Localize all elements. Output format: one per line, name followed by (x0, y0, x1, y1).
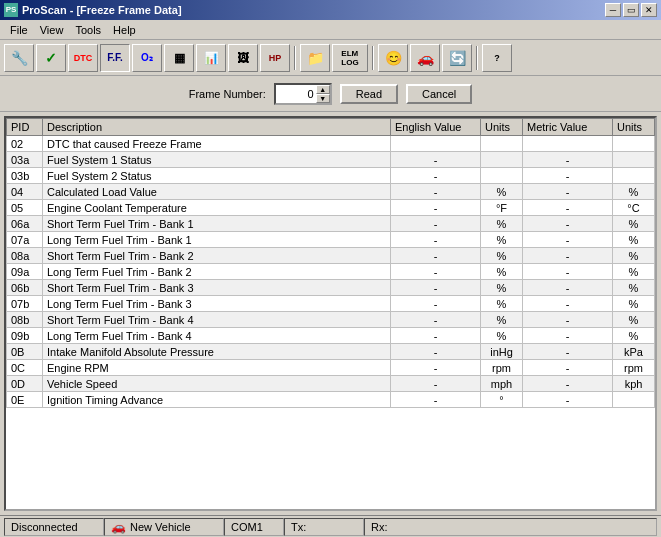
refresh-button[interactable]: 🔄 (442, 44, 472, 72)
car-status-icon: 🚗 (111, 520, 126, 534)
cell-description: Short Term Fuel Trim - Bank 3 (43, 280, 391, 296)
cell-english-value: - (391, 344, 481, 360)
elm-log-icon: ELMLOG (341, 49, 358, 67)
menu-view[interactable]: View (34, 23, 70, 37)
col-pid: PID (7, 119, 43, 136)
table-row: 06a Short Term Fuel Trim - Bank 1 - % - … (7, 216, 655, 232)
frame-number-label: Frame Number: (189, 88, 266, 100)
read-button[interactable]: Read (340, 84, 398, 104)
cell-met-units: % (613, 232, 655, 248)
cell-eng-units: % (481, 296, 523, 312)
cell-english-value: - (391, 168, 481, 184)
separator-1 (294, 46, 296, 70)
close-button[interactable]: ✕ (641, 3, 657, 17)
spin-down-button[interactable]: ▼ (316, 94, 330, 103)
elm-log-button[interactable]: ELMLOG (332, 44, 368, 72)
toolbar: 🔧 ✓ DTC F.F. O₂ ▦ 📊 🖼 HP 📁 ELML (0, 40, 661, 76)
menu-tools[interactable]: Tools (69, 23, 107, 37)
cell-met-units: % (613, 248, 655, 264)
cell-english-value: - (391, 280, 481, 296)
cell-pid: 03b (7, 168, 43, 184)
frame-number-input[interactable] (276, 85, 316, 103)
cell-description: Ignition Timing Advance (43, 392, 391, 408)
menu-file[interactable]: File (4, 23, 34, 37)
cell-english-value: - (391, 360, 481, 376)
cell-eng-units: % (481, 280, 523, 296)
status-bar: Disconnected 🚗 New Vehicle COM1 Tx: Rx: (0, 515, 661, 537)
cancel-button[interactable]: Cancel (406, 84, 472, 104)
cell-metric-value: - (523, 232, 613, 248)
vehicle-panel: 🚗 New Vehicle (104, 518, 224, 536)
cell-english-value: - (391, 312, 481, 328)
restore-button[interactable]: ▭ (623, 3, 639, 17)
table-row: 03a Fuel System 1 Status - - (7, 152, 655, 168)
menu-bar: File View Tools Help (0, 20, 661, 40)
cell-english-value: - (391, 216, 481, 232)
hp-button[interactable]: HP (260, 44, 290, 72)
wrench-button[interactable]: 🔧 (4, 44, 34, 72)
data-table: PID Description English Value Units Metr… (6, 118, 655, 408)
com-text: COM1 (231, 521, 263, 533)
o2-button[interactable]: O₂ (132, 44, 162, 72)
cell-pid: 0C (7, 360, 43, 376)
dtc-button[interactable]: DTC (68, 44, 98, 72)
cell-description: Short Term Fuel Trim - Bank 4 (43, 312, 391, 328)
rx-label: Rx: (371, 521, 388, 533)
cell-english-value: - (391, 232, 481, 248)
cell-description: Fuel System 2 Status (43, 168, 391, 184)
cell-pid: 0D (7, 376, 43, 392)
table-container: PID Description English Value Units Metr… (4, 116, 657, 511)
cell-eng-units: rpm (481, 360, 523, 376)
car-button[interactable]: 🚗 (410, 44, 440, 72)
table-row: 07a Long Term Fuel Trim - Bank 1 - % - % (7, 232, 655, 248)
refresh-icon: 🔄 (449, 50, 466, 66)
cell-description: Vehicle Speed (43, 376, 391, 392)
table-row: 08a Short Term Fuel Trim - Bank 2 - % - … (7, 248, 655, 264)
cell-description: Long Term Fuel Trim - Bank 3 (43, 296, 391, 312)
cell-eng-units (481, 136, 523, 152)
minimize-button[interactable]: ─ (605, 3, 621, 17)
table-row: 08b Short Term Fuel Trim - Bank 4 - % - … (7, 312, 655, 328)
bar-chart-button[interactable]: 📊 (196, 44, 226, 72)
cell-metric-value: - (523, 216, 613, 232)
grid-button[interactable]: ▦ (164, 44, 194, 72)
cell-eng-units: % (481, 216, 523, 232)
cell-pid: 03a (7, 152, 43, 168)
connection-status: Disconnected (4, 518, 104, 536)
cell-english-value: - (391, 376, 481, 392)
cell-english-value: - (391, 248, 481, 264)
title-bar: PS ProScan - [Freeze Frame Data] ─ ▭ ✕ (0, 0, 661, 20)
bar-chart-icon: 📊 (204, 51, 219, 65)
cell-met-units: % (613, 184, 655, 200)
menu-help[interactable]: Help (107, 23, 142, 37)
cell-pid: 04 (7, 184, 43, 200)
table-row: 0E Ignition Timing Advance - ° - (7, 392, 655, 408)
cell-met-units: rpm (613, 360, 655, 376)
cell-eng-units: ° (481, 392, 523, 408)
help-icon: ? (494, 53, 500, 63)
cell-metric-value: - (523, 280, 613, 296)
folder-icon: 📁 (307, 50, 324, 66)
cell-metric-value: - (523, 152, 613, 168)
folder-button[interactable]: 📁 (300, 44, 330, 72)
spin-up-button[interactable]: ▲ (316, 85, 330, 94)
image-button[interactable]: 🖼 (228, 44, 258, 72)
check-button[interactable]: ✓ (36, 44, 66, 72)
cell-eng-units: mph (481, 376, 523, 392)
table-row: 0D Vehicle Speed - mph - kph (7, 376, 655, 392)
cell-metric-value: - (523, 376, 613, 392)
cell-eng-units: °F (481, 200, 523, 216)
cell-description: Short Term Fuel Trim - Bank 1 (43, 216, 391, 232)
faces-button[interactable]: 😊 (378, 44, 408, 72)
cell-eng-units: % (481, 312, 523, 328)
cell-pid: 0E (7, 392, 43, 408)
cell-metric-value: - (523, 248, 613, 264)
freeze-frame-button[interactable]: F.F. (100, 44, 130, 72)
tx-panel: Tx: (284, 518, 364, 536)
separator-3 (476, 46, 478, 70)
table-row: 09b Long Term Fuel Trim - Bank 4 - % - % (7, 328, 655, 344)
cell-description: Intake Manifold Absolute Pressure (43, 344, 391, 360)
help-button[interactable]: ? (482, 44, 512, 72)
rx-panel: Rx: (364, 518, 657, 536)
cell-english-value: - (391, 200, 481, 216)
